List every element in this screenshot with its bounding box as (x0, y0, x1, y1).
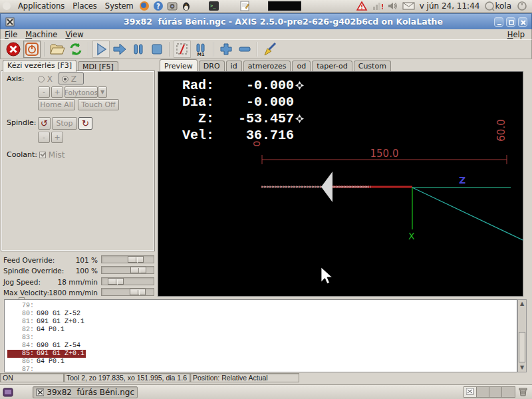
workspace-4[interactable] (502, 387, 515, 397)
menu-applications[interactable]: Applications (14, 1, 68, 11)
svg-text:M1: M1 (198, 52, 205, 57)
stop-button[interactable] (148, 41, 166, 58)
minimize-button[interactable] (494, 17, 503, 27)
optional-pause-button[interactable]: M1 (192, 41, 209, 58)
toolbar-separator (213, 42, 214, 57)
mail-icon[interactable] (402, 1, 414, 11)
tab-dro[interactable]: DRO (199, 61, 225, 71)
jog-mode-select[interactable]: Folytonos (65, 86, 98, 98)
menu-places[interactable]: Places (68, 1, 101, 11)
menu-help[interactable]: Help (503, 30, 531, 39)
screenshot-icon[interactable] (167, 1, 178, 11)
workspace-1[interactable] (464, 387, 477, 397)
tab-mdi[interactable]: MDI [F5] (78, 61, 118, 72)
open-file-button[interactable] (49, 41, 66, 58)
jog-speed-slider[interactable] (101, 277, 154, 285)
close-button[interactable] (518, 17, 527, 27)
home-all-button[interactable]: Home All (38, 99, 75, 110)
scroll-down-arrow: ▼ (519, 364, 525, 371)
workspace-2[interactable] (477, 387, 489, 397)
gcode-line: 87: (5, 366, 517, 372)
spindle-override-slider[interactable] (101, 266, 154, 274)
toolbar-separator (169, 42, 170, 57)
status-position: Position: Relative Actual (190, 373, 299, 382)
tab-manual-control[interactable]: Kézi vezérlés [F3] (3, 60, 76, 72)
zoom-out-button[interactable] (236, 41, 253, 58)
manual-control-frame (1, 71, 154, 251)
help-icon[interactable]: ? (153, 1, 164, 11)
menu-view[interactable]: View (61, 30, 87, 39)
tab-taper-od[interactable]: taper-od (312, 61, 352, 71)
spindle-minus-button[interactable]: - (38, 132, 50, 143)
jog-plus-button[interactable]: + (51, 86, 63, 98)
scroll-up-arrow: ▲ (519, 301, 525, 307)
gcode-line: 82:G4 P0.1 (5, 326, 517, 334)
preview-canvas[interactable]: Rad: -0.000 Dia: -0.000 Z: -53.457 Vel: … (158, 71, 523, 297)
gcode-line: 86:G4 P0.1 (5, 358, 517, 366)
user-menu[interactable]: kola (484, 1, 514, 11)
window-icon (5, 17, 16, 27)
spindle-cw-button[interactable]: ↻ (78, 117, 92, 130)
tab-od[interactable]: od (292, 61, 311, 71)
firefox-icon[interactable] (139, 1, 150, 11)
gcode-line: 83: (5, 334, 517, 342)
spindle-override-value: 100 % (0, 267, 98, 275)
menubar: File Machine View Help (0, 29, 532, 39)
max-velocity-value: 1800 mm/min (0, 289, 98, 297)
axis-z-radio[interactable]: Z (59, 72, 84, 84)
block-delete-button[interactable] (174, 41, 191, 58)
mascot-icon[interactable] (181, 1, 192, 11)
touch-off-button[interactable]: Touch Off (78, 99, 119, 110)
machine-power-button[interactable] (23, 41, 41, 58)
distro-logo-icon[interactable] (1, 1, 13, 11)
workspace-3[interactable] (489, 387, 502, 397)
step-button[interactable] (111, 41, 128, 58)
window-title: 39x82 fúrás Béni.ngc - AXIS 2.5.0-pre2-6… (124, 17, 443, 27)
menu-machine[interactable]: Machine (21, 30, 61, 39)
gcode-scrollbar[interactable]: ▲ ▼ (517, 299, 527, 372)
z-axis-label: Z (459, 175, 466, 186)
tab-id[interactable]: id (226, 61, 242, 71)
axis-label: Axis: (7, 74, 25, 83)
tab-custom[interactable]: Custom (354, 61, 391, 71)
menu-system[interactable]: System (101, 1, 138, 11)
tool-cone (321, 172, 332, 202)
taskbar-window-button[interactable]: 39x82 fúrás Béni.ngc (33, 386, 138, 398)
feed-override-slider[interactable] (101, 255, 154, 263)
spindle-plus-button[interactable]: + (51, 132, 63, 143)
mist-checkbox[interactable]: Mist (39, 150, 65, 160)
clock[interactable]: v jún 24, 11:44 (416, 1, 483, 11)
window-titlebar[interactable]: 39x82 fúrás Béni.ngc - AXIS 2.5.0-pre2-6… (0, 13, 532, 29)
reload-button[interactable] (67, 41, 84, 58)
trash-icon[interactable] (517, 386, 529, 397)
terminal-launcher-icon[interactable]: >_ (208, 1, 219, 11)
volume-icon[interactable] (387, 1, 398, 11)
notes-launcher-icon[interactable] (239, 1, 251, 11)
jog-minus-button[interactable]: - (38, 86, 50, 98)
shutdown-icon[interactable] (517, 1, 528, 11)
estop-button[interactable] (5, 41, 22, 58)
spindle-stop-button[interactable]: Stop (52, 117, 77, 130)
toolbar-separator (257, 42, 258, 57)
applet-window[interactable] (268, 1, 301, 11)
spindle-ccw-button[interactable]: ↺ (38, 117, 51, 130)
menu-file[interactable]: File (1, 30, 21, 39)
show-desktop-icon[interactable] (3, 387, 14, 398)
workspace-switcher[interactable] (464, 386, 515, 398)
clear-plot-button[interactable] (261, 41, 279, 58)
gcode-listing[interactable]: 79: 80:G90 G1 Z-52 81:G91 G1 Z+0.1 82:G4… (4, 299, 517, 372)
gcode-line: 80:G90 G1 Z-52 (5, 310, 517, 318)
zoom-in-button[interactable] (217, 41, 235, 58)
svg-text:>_: >_ (210, 3, 216, 9)
warning-icon[interactable]: ! (356, 1, 368, 11)
run-button[interactable] (92, 41, 110, 58)
tab-atmerozes[interactable]: atmerozes (243, 61, 291, 71)
jog-mode-arrow[interactable]: ▼ (98, 86, 107, 98)
maximize-button[interactable] (506, 17, 515, 27)
tab-preview[interactable]: Preview (160, 59, 198, 71)
network-icon[interactable]: ! (372, 1, 383, 11)
backplot: 150.0 0 60.0 Z X (158, 72, 523, 296)
pause-button[interactable] (130, 41, 147, 58)
max-velocity-slider[interactable] (101, 288, 154, 296)
axis-x-radio[interactable]: X (38, 74, 53, 84)
